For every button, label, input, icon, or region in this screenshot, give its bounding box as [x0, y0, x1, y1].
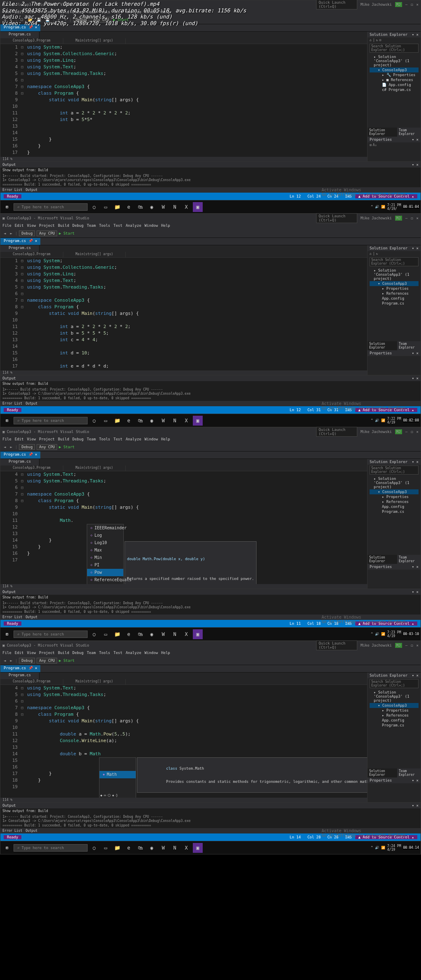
menu-debug[interactable]: Debug [72, 651, 83, 655]
nav-method-dropdown[interactable]: Main(string[] args) [63, 38, 126, 44]
menu-window[interactable]: Window [145, 437, 158, 441]
intellisense-item[interactable]: ◇Log [87, 532, 123, 539]
cortana-icon[interactable]: ○ [89, 202, 99, 212]
intellisense-item[interactable]: ◇ReferenceEquals [87, 576, 123, 584]
menu-edit[interactable]: Edit [15, 651, 24, 655]
taskbar-search-input[interactable]: ⌕ Type here to search [14, 417, 88, 424]
menu-window[interactable]: Window [145, 223, 158, 228]
menu-window[interactable]: Window [145, 651, 158, 655]
menu-file[interactable]: File [2, 651, 12, 655]
menu-debug[interactable]: Debug [72, 437, 83, 441]
taskbar-search-input[interactable]: ⌕Type here to search [14, 203, 88, 211]
home-icon[interactable]: ⌂ [370, 38, 372, 42]
intellisense-tooltip: class System.Math Provides constants and… [137, 757, 367, 793]
zoom-level[interactable]: 114 % [0, 157, 367, 161]
menu-file[interactable]: File [2, 437, 12, 441]
menu-tools[interactable]: Tools [99, 437, 110, 441]
chrome-icon[interactable]: ◉ [147, 202, 157, 212]
intellisense-item[interactable]: ◆Math [99, 771, 136, 778]
tree-solution[interactable]: ▸ Solution 'ConsoleApp3' (1 project) [370, 54, 419, 68]
intellisense-item[interactable]: ◇Pow [87, 569, 123, 576]
panel-close-icon[interactable]: ▾ ✕ [412, 33, 419, 37]
categorize-icon[interactable]: ⊞ [370, 143, 372, 147]
quick-launch-input[interactable]: Quick Launch (Ctrl+Q) [316, 0, 357, 9]
menu-project[interactable]: Project [39, 223, 55, 228]
onenote-icon[interactable]: N [170, 202, 180, 212]
menu-build[interactable]: Build [58, 437, 69, 441]
minimize-icon[interactable]: — [405, 2, 407, 7]
menu-test[interactable]: Test [113, 651, 123, 655]
menu-build[interactable]: Build [58, 651, 69, 655]
intellisense-popup[interactable]: ◇IEEERemainder◇Log◇Log10◇Max◇Min◇PI◇Pow◇… [87, 524, 124, 584]
intellisense-popup[interactable]: ◆Math ◆▭⬡◈◊ [99, 757, 136, 798]
code-editor[interactable]: 123456789101112131415161718 ⊟⊟⊟⊟⊟⊟⊟⊟ usi… [0, 44, 367, 157]
alpha-icon[interactable]: A↓ [373, 143, 377, 147]
quick-launch-input[interactable]: Quick Launch (Ctrl+Q) [316, 213, 357, 223]
menu-view[interactable]: View [27, 437, 36, 441]
tree-program[interactable]: c# Program.cs [370, 87, 419, 92]
tray-icons[interactable]: ^ 🔊 📶 [371, 205, 385, 209]
code-editor[interactable]: 123456789101112131415161718⊟⊟⊟⊟⊟⊟⊟⊟using… [0, 258, 367, 370]
menu-analyze[interactable]: Analyze [126, 651, 141, 655]
user-name[interactable]: Mike Jachowski [361, 2, 392, 7]
menu-team[interactable]: Team [87, 651, 96, 655]
menu-help[interactable]: Help [161, 651, 170, 655]
menu-edit[interactable]: Edit [15, 437, 24, 441]
code-editor[interactable]: 45678910111213141516171819⊟⊟⊟⊟⊟ using Sy… [0, 685, 367, 798]
taskview-icon[interactable]: ▭ [101, 202, 111, 212]
menu-help[interactable]: Help [161, 223, 170, 228]
menu-tools[interactable]: Tools [99, 651, 110, 655]
menu-project[interactable]: Project [39, 437, 55, 441]
collapse-icon[interactable]: ⊟ [379, 38, 381, 42]
menu-view[interactable]: View [27, 223, 36, 228]
menu-test[interactable]: Test [113, 437, 123, 441]
nav-class-dropdown[interactable]: ConsoleApp3.Program [0, 38, 63, 44]
tree-project[interactable]: ▾ ConsoleApp3 [370, 68, 419, 72]
menu-edit[interactable]: Edit [15, 223, 24, 228]
editor-tab[interactable]: Program.cs [0, 32, 39, 38]
edge-icon[interactable]: e [124, 202, 134, 212]
tree-appconfig[interactable]: 📄 App.config [370, 82, 419, 87]
tree-references[interactable]: ▸ ■ References [370, 77, 419, 82]
tab-team-explorer[interactable]: Team Explorer [397, 128, 421, 137]
store-icon[interactable]: 🛍 [135, 202, 145, 212]
vs-icon[interactable]: ▣ [193, 202, 203, 212]
menu-team[interactable]: Team [87, 223, 96, 228]
output-text[interactable]: 1>------ Build started: Project: Console… [0, 173, 421, 187]
output-from-dropdown[interactable]: Show output from: Build [2, 168, 48, 172]
menu-team[interactable]: Team [87, 437, 96, 441]
clock[interactable]: 7:21 PM4/19/ [387, 203, 401, 211]
menu-analyze[interactable]: Analyze [126, 437, 141, 441]
intellisense-item[interactable]: ◇Round [87, 584, 123, 584]
tab-solution-explorer[interactable]: Solution Explorer [368, 128, 397, 137]
tree-properties[interactable]: ▸ 🔧 Properties [370, 72, 419, 77]
refresh-icon[interactable]: ↻ [376, 38, 378, 42]
maximize-icon[interactable]: ◻ [411, 2, 413, 7]
menu-tools[interactable]: Tools [99, 223, 110, 228]
video-info-overlay: File: 2. The Power Operator (or Lack the… [2, 1, 246, 26]
excel-icon[interactable]: X [181, 202, 191, 212]
close-icon[interactable]: ✕ [416, 2, 419, 7]
avatar[interactable]: MJ [395, 2, 402, 7]
solution-search-input[interactable]: Search Solution Explorer (Ctrl+;) [370, 44, 419, 53]
menu-project[interactable]: Project [39, 651, 55, 655]
start-button-icon[interactable]: ⊞ [2, 416, 12, 426]
code-editor[interactable]: 4567891011121314151617⊟⊟⊟⊟⊟ using System… [0, 471, 367, 584]
start-button-icon[interactable]: ⊞ [2, 202, 12, 212]
menu-debug[interactable]: Debug [72, 223, 83, 228]
explorer-icon[interactable]: 📁 [112, 202, 122, 212]
tab-program[interactable]: Program.cs 📌 ✕ [0, 238, 41, 245]
menu-analyze[interactable]: Analyze [126, 223, 141, 228]
menu-view[interactable]: View [27, 651, 36, 655]
menu-file[interactable]: File [2, 223, 12, 228]
word-icon[interactable]: W [158, 202, 168, 212]
intellisense-item[interactable]: ◇PI [87, 561, 123, 569]
solution-tree[interactable]: ▸ Solution 'ConsoleApp3' (1 project) ▾ C… [368, 54, 421, 93]
menu-help[interactable]: Help [161, 437, 170, 441]
intellisense-item[interactable]: ◇Max [87, 547, 123, 554]
intellisense-item[interactable]: ◇Log10 [87, 539, 123, 547]
intellisense-item[interactable]: ◇IEEERemainder [87, 524, 123, 532]
intellisense-item[interactable]: ◇Min [87, 554, 123, 561]
menu-build[interactable]: Build [58, 223, 69, 228]
menu-test[interactable]: Test [113, 223, 123, 228]
